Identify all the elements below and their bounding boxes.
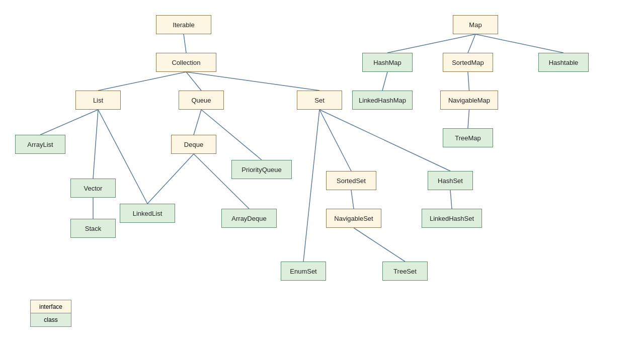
svg-line-12 xyxy=(319,110,351,171)
svg-line-1 xyxy=(98,72,186,91)
svg-line-23 xyxy=(468,110,469,128)
svg-line-16 xyxy=(354,228,405,262)
svg-line-20 xyxy=(475,34,564,53)
svg-line-5 xyxy=(93,110,98,179)
node-queue: Queue xyxy=(179,91,224,110)
legend-class: class xyxy=(31,313,71,326)
node-linkedlist: LinkedList xyxy=(120,204,175,223)
svg-line-17 xyxy=(450,190,452,209)
legend: interface class xyxy=(30,300,71,327)
svg-line-4 xyxy=(40,110,98,135)
node-vector: Vector xyxy=(70,179,116,198)
node-sortedmap: SortedMap xyxy=(443,53,493,72)
node-hashmap: HashMap xyxy=(362,53,413,72)
node-linkedhashmap: LinkedHashMap xyxy=(352,91,413,110)
svg-line-10 xyxy=(147,154,194,204)
node-collection: Collection xyxy=(156,53,216,72)
svg-line-2 xyxy=(186,72,201,91)
svg-line-19 xyxy=(468,34,475,53)
svg-line-18 xyxy=(387,34,475,53)
node-map: Map xyxy=(453,15,498,34)
svg-line-8 xyxy=(194,110,201,135)
svg-line-3 xyxy=(186,72,319,91)
node-arraylist: ArrayList xyxy=(15,135,65,154)
svg-line-13 xyxy=(319,110,450,171)
node-treemap: TreeMap xyxy=(443,128,493,147)
diagram-container: IterableCollectionListQueueSetArrayListV… xyxy=(0,0,644,342)
node-sortedset: SortedSet xyxy=(326,171,376,190)
node-hashset: HashSet xyxy=(428,171,473,190)
node-hashtable: Hashtable xyxy=(538,53,589,72)
node-iterable: Iterable xyxy=(156,15,211,34)
node-treeset: TreeSet xyxy=(382,262,428,281)
node-linkedhashset: LinkedHashSet xyxy=(422,209,482,228)
svg-line-0 xyxy=(184,34,186,53)
svg-line-22 xyxy=(468,72,469,91)
svg-line-14 xyxy=(303,110,319,262)
node-priorityqueue: PriorityQueue xyxy=(231,160,292,179)
node-navigablemap: NavigableMap xyxy=(440,91,498,110)
node-list: List xyxy=(75,91,121,110)
node-navigableset: NavigableSet xyxy=(326,209,381,228)
connections-svg xyxy=(0,0,644,342)
node-set: Set xyxy=(297,91,342,110)
node-arraydeque: ArrayDeque xyxy=(221,209,277,228)
svg-line-15 xyxy=(351,190,354,209)
svg-line-21 xyxy=(382,72,387,91)
node-stack: Stack xyxy=(70,219,116,238)
legend-interface: interface xyxy=(31,300,71,313)
node-deque: Deque xyxy=(171,135,216,154)
node-enumset: EnumSet xyxy=(281,262,326,281)
